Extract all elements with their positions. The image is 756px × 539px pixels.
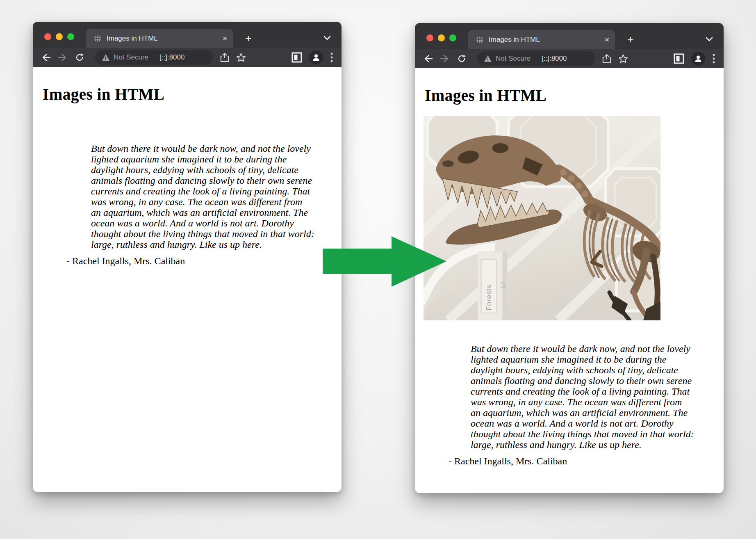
security-label: Not Secure xyxy=(114,53,148,62)
browser-toolbar: Not Secure [::]:8000 xyxy=(33,48,342,67)
tab-strip: Images in HTML × + xyxy=(415,23,724,49)
browser-window-before: Images in HTML × + Not Secure [::]:8000 xyxy=(33,22,342,492)
traffic-lights xyxy=(44,33,74,40)
side-panel-icon[interactable] xyxy=(674,53,684,64)
browser-toolbar: Not Secure [::]:8000 xyxy=(415,49,724,68)
tab-strip: Images in HTML × + xyxy=(33,22,342,48)
profile-avatar[interactable] xyxy=(309,50,323,64)
quote-block: But down there it would be dark now, and… xyxy=(91,143,314,250)
bookmark-star-icon[interactable] xyxy=(618,54,628,64)
page-content: Images in HTML But down there it would b… xyxy=(33,67,342,492)
share-icon[interactable] xyxy=(220,53,229,62)
tab-close-icon[interactable]: × xyxy=(223,34,227,42)
globe-favicon-icon xyxy=(93,34,102,43)
traffic-lights xyxy=(426,34,456,41)
address-bar[interactable]: Not Secure [::]:8000 xyxy=(95,50,213,65)
page-title: Images in HTML xyxy=(43,85,332,103)
zoom-window-button[interactable] xyxy=(67,33,74,40)
tab-images-in-html[interactable]: Images in HTML × xyxy=(468,30,615,49)
url-text: [::]:8000 xyxy=(542,55,567,63)
share-icon[interactable] xyxy=(602,54,611,64)
menu-icon[interactable] xyxy=(330,52,333,63)
chevron-down-icon[interactable] xyxy=(706,36,713,43)
security-label: Not Secure xyxy=(496,55,531,63)
warning-icon[interactable] xyxy=(102,54,110,61)
tab-title: Images in HTML xyxy=(107,34,218,43)
bookmark-star-icon[interactable] xyxy=(236,53,246,62)
forward-icon[interactable] xyxy=(58,53,68,62)
close-window-button[interactable] xyxy=(426,34,433,41)
tab-close-icon[interactable]: × xyxy=(605,36,609,43)
side-panel-icon[interactable] xyxy=(291,52,302,63)
warning-icon[interactable] xyxy=(484,55,492,62)
zoom-window-button[interactable] xyxy=(449,34,456,41)
profile-avatar[interactable] xyxy=(691,52,705,66)
quote-attribution: - Rachel Ingalls, Mrs. Caliban xyxy=(66,256,332,267)
back-icon[interactable] xyxy=(423,54,433,63)
minimize-window-button[interactable] xyxy=(438,34,445,41)
url-text: [::]:8000 xyxy=(159,53,184,62)
page-content: Images in HTML xyxy=(415,68,724,493)
reload-icon[interactable] xyxy=(75,53,84,62)
reload-icon[interactable] xyxy=(457,54,467,64)
trex-skeleton-photo: Forests 3 xyxy=(424,116,660,320)
minimize-window-button[interactable] xyxy=(56,33,63,40)
tab-title: Images in HTML xyxy=(489,36,600,44)
page-title: Images in HTML xyxy=(425,86,714,105)
green-arrow-icon xyxy=(321,234,448,289)
menu-icon[interactable] xyxy=(712,53,715,64)
back-icon[interactable] xyxy=(41,53,51,62)
chevron-down-icon[interactable] xyxy=(323,35,331,42)
quote-block: But down there it would be dark now, and… xyxy=(471,343,694,450)
forward-icon[interactable] xyxy=(440,54,450,63)
tab-images-in-html[interactable]: Images in HTML × xyxy=(86,29,233,48)
new-tab-button[interactable]: + xyxy=(241,31,256,46)
address-bar[interactable]: Not Secure [::]:8000 xyxy=(477,51,595,66)
divider xyxy=(536,55,536,63)
divider xyxy=(154,53,154,62)
globe-favicon-icon xyxy=(476,36,484,44)
quote-attribution: - Rachel Ingalls, Mrs. Caliban xyxy=(449,456,714,467)
close-window-button[interactable] xyxy=(44,33,51,40)
new-tab-button[interactable]: + xyxy=(623,32,638,47)
browser-window-after: Images in HTML × + Not Secure [::]:8000 xyxy=(415,23,724,493)
